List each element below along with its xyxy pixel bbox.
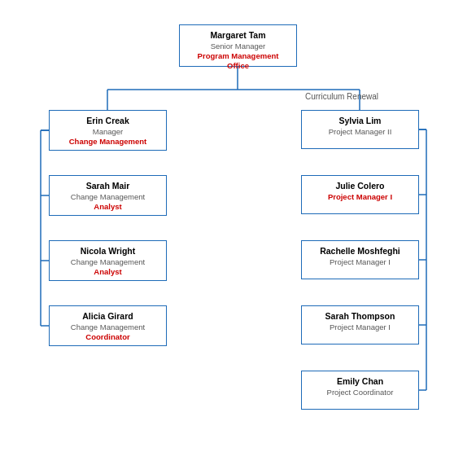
node-emily-name: Emily Chan [308, 376, 412, 388]
node-sarah-thompson-name: Sarah Thompson [308, 311, 412, 323]
node-sarah-mair-title1: Change Management [56, 192, 159, 202]
node-root: Margaret Tam Senior Manager Program Mana… [179, 24, 297, 67]
node-erin-title2: Change Management [56, 137, 159, 147]
node-sarah-thompson-title1: Project Manager I [308, 323, 412, 332]
node-erin-name: Erin Creak [56, 116, 159, 127]
node-erin-title1: Manager [56, 127, 159, 137]
node-alicia: Alicia Girard Change Management Coordina… [49, 305, 167, 346]
node-nicola: Nicola Wright Change Management Analyst [49, 240, 167, 281]
node-nicola-title2: Analyst [56, 267, 159, 277]
node-sylvia-title1: Project Manager II [308, 127, 412, 137]
node-julie: Julie Colero Project Manager I [301, 175, 419, 214]
org-chart: Margaret Tam Senior Manager Program Mana… [0, 0, 476, 452]
node-sarah-thompson: Sarah Thompson Project Manager I [301, 305, 419, 344]
node-root-title2: Program Management Office [186, 51, 290, 72]
node-erin: Erin Creak Manager Change Management [49, 110, 167, 151]
node-emily: Emily Chan Project Coordinator [301, 371, 419, 410]
node-nicola-name: Nicola Wright [56, 246, 159, 257]
node-emily-title1: Project Coordinator [308, 388, 412, 397]
node-root-name: Margaret Tam [186, 30, 290, 42]
node-rachelle-title1: Project Manager I [308, 257, 412, 267]
node-alicia-title1: Change Management [56, 323, 159, 332]
node-sarah-mair: Sarah Mair Change Management Analyst [49, 175, 167, 216]
node-sylvia: Sylvia Lim Project Manager II [301, 110, 419, 149]
node-sarah-mair-name: Sarah Mair [56, 181, 159, 192]
node-alicia-title2: Coordinator [56, 332, 159, 342]
node-nicola-title1: Change Management [56, 257, 159, 267]
node-root-title1: Senior Manager [186, 42, 290, 51]
node-julie-name: Julie Colero [308, 181, 412, 192]
node-rachelle: Rachelle Moshfeghi Project Manager I [301, 240, 419, 279]
curriculum-label: Curriculum Renewal [305, 92, 378, 101]
node-rachelle-name: Rachelle Moshfeghi [308, 246, 412, 257]
node-sarah-mair-title2: Analyst [56, 202, 159, 212]
node-sylvia-name: Sylvia Lim [308, 116, 412, 127]
node-alicia-name: Alicia Girard [56, 311, 159, 323]
node-julie-title1: Project Manager I [308, 192, 412, 202]
